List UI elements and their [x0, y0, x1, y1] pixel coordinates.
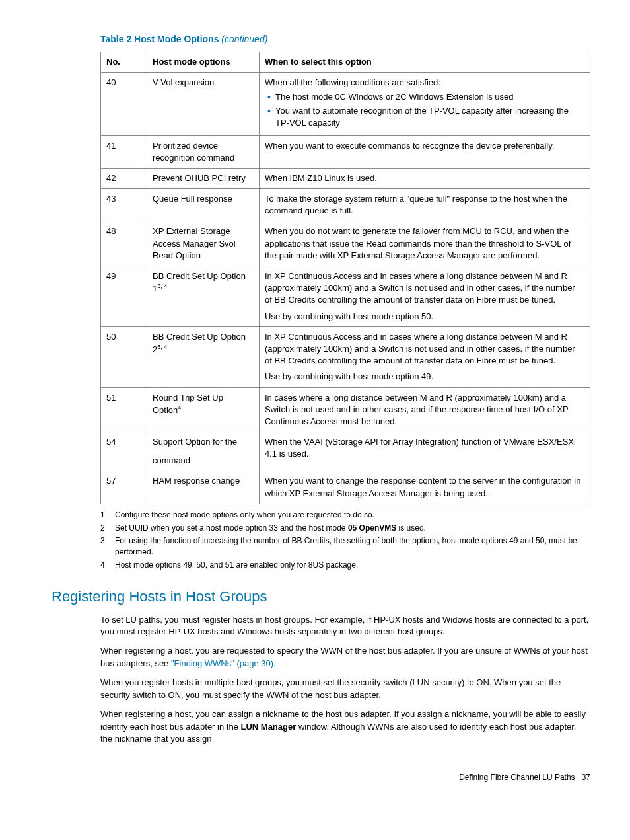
cell-opt: HAM response change: [147, 471, 260, 504]
list-item: The host mode 0C Windows or 2C Windows E…: [265, 91, 584, 103]
footnote-num: 4: [100, 560, 115, 571]
table-row: 42 Prevent OHUB PCI retry When IBM Z10 L…: [101, 168, 590, 188]
footnote-num: 3: [100, 535, 115, 558]
table-row: 41 Prioritized device recognition comman…: [101, 135, 590, 168]
opt-line1: Support Option for the: [153, 437, 237, 447]
footnote: 1 Configure these host mode options only…: [100, 510, 590, 521]
cell-opt: BB Credit Set Up Option 13, 4: [147, 266, 260, 327]
when-lead: When all the following conditions are sa…: [265, 77, 440, 87]
footnote-num: 2: [100, 523, 115, 534]
cell-no: 42: [101, 168, 147, 188]
cell-no: 49: [101, 266, 147, 327]
list-item: You want to automate recognition of the …: [265, 105, 584, 129]
footnote: 3 For using the function of increasing t…: [100, 535, 590, 558]
cell-no: 41: [101, 135, 147, 168]
cell-opt: Prioritized device recognition command: [147, 135, 260, 168]
col-when: When to select this option: [260, 52, 590, 72]
section-heading: Registering Hosts in Host Groups: [52, 587, 590, 607]
table-title-text: Table 2 Host Mode Options: [100, 34, 221, 44]
cell-when: When you want to execute commands to rec…: [260, 135, 590, 168]
table-row: 54 Support Option for thecommand When th…: [101, 432, 590, 471]
table-row: 51 Round Trip Set Up Option4 In cases wh…: [101, 387, 590, 432]
cell-no: 51: [101, 387, 147, 432]
cell-no: 54: [101, 432, 147, 471]
col-opt: Host mode options: [147, 52, 260, 72]
page-footer: Defining Fibre Channel LU Paths 37: [40, 772, 590, 783]
when-p2: Use by combining with host mode option 4…: [265, 371, 584, 383]
footnote: 2 Set UUID when you set a host mode opti…: [100, 523, 590, 534]
table-row: 49 BB Credit Set Up Option 13, 4 In XP C…: [101, 266, 590, 327]
body-paragraph: When you register hosts in multiple host…: [100, 677, 590, 702]
table-title-continued: (continued): [221, 34, 267, 44]
table-caption: Table 2 Host Mode Options (continued): [100, 33, 590, 46]
when-p1: In XP Continuous Access and in cases whe…: [265, 332, 575, 365]
table-header-row: No. Host mode options When to select thi…: [101, 52, 590, 72]
cell-when: To make the storage system return a "que…: [260, 189, 590, 221]
footnote: 4 Host mode options 49, 50, and 51 are e…: [100, 560, 590, 571]
cell-opt: Prevent OHUB PCI retry: [147, 168, 260, 188]
cell-no: 57: [101, 471, 147, 504]
footer-label: Defining Fibre Channel LU Paths: [459, 773, 575, 782]
p2-post: .: [273, 658, 276, 668]
footer-page: 37: [582, 773, 590, 782]
host-mode-options-table: No. Host mode options When to select thi…: [100, 52, 590, 504]
footnote-text: For using the function of increasing the…: [115, 535, 590, 558]
cell-when: When IBM Z10 Linux is used.: [260, 168, 590, 188]
body-paragraph: To set LU paths, you must register hosts…: [100, 614, 590, 639]
table-row: 57 HAM response change When you want to …: [101, 471, 590, 504]
cell-no: 48: [101, 221, 147, 266]
cell-opt: BB Credit Set Up Option 23, 4: [147, 326, 260, 387]
table-footnotes: 1 Configure these host mode options only…: [100, 510, 590, 571]
footnote-text: Configure these host mode options only w…: [115, 510, 590, 521]
footnote-text: Set UUID when you set a host mode option…: [115, 523, 590, 534]
col-no: No.: [101, 52, 147, 72]
p4-bold: LUN Manager: [240, 722, 296, 732]
footnote-text: Host mode options 49, 50, and 51 are ena…: [115, 560, 590, 571]
cell-when: In XP Continuous Access and in cases whe…: [260, 266, 590, 327]
when-p1: In XP Continuous Access and in cases whe…: [265, 271, 575, 305]
opt-sup: 3, 4: [157, 283, 167, 289]
opt-sup: 3, 4: [157, 344, 167, 350]
when-p2: Use by combining with host mode option 5…: [265, 311, 584, 323]
body-paragraph: When registering a host, you are request…: [100, 645, 590, 670]
cell-opt: Support Option for thecommand: [147, 432, 260, 471]
cell-when: When all the following conditions are sa…: [260, 72, 590, 135]
table-row: 40 V-Vol expansion When all the followin…: [101, 72, 590, 135]
footnote-num: 1: [100, 510, 115, 521]
cell-when: When you want to change the response con…: [260, 471, 590, 504]
finding-wwns-link[interactable]: "Finding WWNs" (page 30): [171, 658, 273, 668]
cell-opt: XP External Storage Access Manager Svol …: [147, 221, 260, 266]
cell-no: 40: [101, 72, 147, 135]
cell-opt: V-Vol expansion: [147, 72, 260, 135]
body-paragraph: When registering a host, you can assign …: [100, 708, 590, 746]
opt-sup: 4: [178, 404, 181, 411]
cell-when: In cases where a long distance between M…: [260, 387, 590, 432]
cell-no: 50: [101, 326, 147, 387]
cell-opt: Round Trip Set Up Option4: [147, 387, 260, 432]
cell-when: In XP Continuous Access and in cases whe…: [260, 326, 590, 387]
cell-opt: Queue Full response: [147, 189, 260, 221]
cell-when: When you do not want to generate the fai…: [260, 221, 590, 266]
table-row: 50 BB Credit Set Up Option 23, 4 In XP C…: [101, 326, 590, 387]
opt-text: Round Trip Set Up Option: [153, 393, 223, 416]
bullet-list: The host mode 0C Windows or 2C Windows E…: [265, 91, 584, 130]
table-row: 48 XP External Storage Access Manager Sv…: [101, 221, 590, 266]
cell-no: 43: [101, 189, 147, 221]
opt-line2: command: [153, 455, 190, 465]
cell-when: When the VAAI (vStorage API for Array In…: [260, 432, 590, 471]
table-row: 43 Queue Full response To make the stora…: [101, 189, 590, 221]
